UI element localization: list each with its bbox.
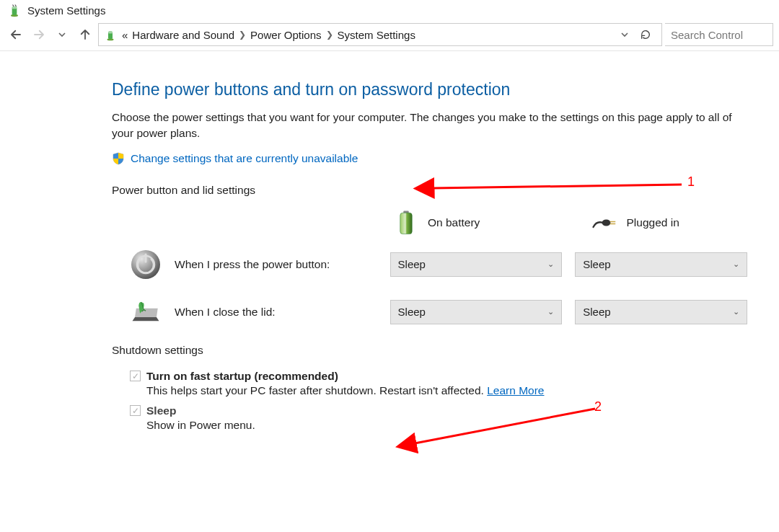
nav-up-button[interactable] (75, 25, 95, 45)
svg-rect-10 (609, 223, 615, 225)
nav-forward-button[interactable] (29, 25, 49, 45)
window-title: System Settings (27, 4, 105, 17)
annotation-1: 1 (687, 174, 695, 190)
search-input[interactable] (671, 29, 767, 41)
dropdown-value: Sleep (583, 306, 610, 318)
svg-rect-7 (400, 213, 413, 234)
chevron-down-icon: ⌄ (733, 307, 739, 316)
row-close-lid-label: When I close the lid: (175, 306, 377, 319)
content-area: Define power buttons and turn on passwor… (0, 51, 765, 453)
row-power-button-label: When I press the power button: (175, 258, 377, 271)
section-shutdown: Shutdown settings (112, 344, 747, 357)
svg-point-8 (602, 219, 610, 226)
page-title: Define power buttons and turn on passwor… (112, 80, 747, 99)
search-box[interactable] (665, 23, 773, 46)
chevron-down-icon: ⌄ (547, 260, 554, 269)
row-power-button: When I press the power button: Sleep ⌄ S… (112, 249, 747, 280)
plug-icon (592, 210, 618, 236)
sleep-item: ✓ Sleep Show in Power menu. (112, 404, 747, 432)
learn-more-link[interactable]: Learn More (487, 384, 544, 396)
sleep-desc: Show in Power menu. (130, 419, 747, 432)
power-options-icon (103, 27, 118, 42)
fast-startup-desc: This helps start your PC faster after sh… (130, 384, 747, 397)
svg-rect-2 (12, 6, 17, 9)
dropdown-value: Sleep (583, 258, 610, 270)
dropdown-value: Sleep (398, 306, 426, 318)
nav-back-button[interactable] (6, 25, 26, 45)
chevron-right-icon: ❯ (326, 30, 333, 40)
power-button-icon (130, 249, 162, 280)
uac-shield-icon (112, 152, 125, 165)
sleep-checkbox[interactable]: ✓ (130, 405, 141, 416)
chevron-down-icon: ⌄ (733, 260, 739, 269)
address-dropdown-button[interactable] (617, 31, 633, 38)
svg-rect-9 (609, 221, 615, 223)
breadcrumb-system-settings[interactable]: System Settings (338, 29, 415, 41)
column-on-battery: On battery (393, 210, 549, 236)
close-lid-on-battery-dropdown[interactable]: Sleep ⌄ (390, 300, 563, 324)
close-lid-icon (130, 296, 162, 328)
dropdown-value: Sleep (398, 258, 426, 270)
power-options-icon (7, 3, 22, 17)
change-settings-link[interactable]: Change settings that are currently unava… (131, 152, 358, 165)
close-lid-plugged-in-dropdown[interactable]: Sleep ⌄ (575, 300, 747, 324)
fast-startup-title: Turn on fast startup (recommended) (146, 370, 338, 383)
address-bar[interactable]: « Hardware and Sound ❯ Power Options ❯ S… (98, 23, 662, 46)
column-on-battery-label: On battery (428, 216, 480, 229)
chevron-down-icon: ⌄ (547, 307, 554, 316)
titlebar: System Settings (0, 0, 779, 22)
row-close-lid: When I close the lid: Sleep ⌄ Sleep ⌄ (112, 296, 747, 328)
svg-rect-5 (108, 32, 113, 34)
power-button-on-battery-dropdown[interactable]: Sleep ⌄ (390, 252, 563, 277)
nav-recent-dropdown[interactable] (52, 25, 72, 45)
nav-toolbar: « Hardware and Sound ❯ Power Options ❯ S… (0, 22, 779, 51)
power-button-plugged-in-dropdown[interactable]: Sleep ⌄ (575, 252, 747, 277)
column-plugged-in-label: Plugged in (627, 216, 679, 229)
fast-startup-checkbox[interactable]: ✓ (130, 371, 141, 381)
annotation-2: 2 (594, 399, 602, 414)
breadcrumb-ellipsis[interactable]: « (122, 29, 128, 41)
breadcrumb-power-options[interactable]: Power Options (250, 29, 321, 41)
battery-icon (393, 210, 419, 236)
refresh-button[interactable] (634, 29, 657, 40)
sleep-title: Sleep (146, 404, 176, 417)
column-plugged-in: Plugged in (592, 210, 748, 236)
page-description: Choose the power settings that you want … (112, 110, 747, 142)
section-power-lid: Power button and lid settings (112, 184, 747, 197)
breadcrumb-hardware-sound[interactable]: Hardware and Sound (132, 29, 234, 41)
fast-startup-item: ✓ Turn on fast startup (recommended) Thi… (112, 370, 747, 397)
chevron-right-icon: ❯ (239, 30, 246, 40)
